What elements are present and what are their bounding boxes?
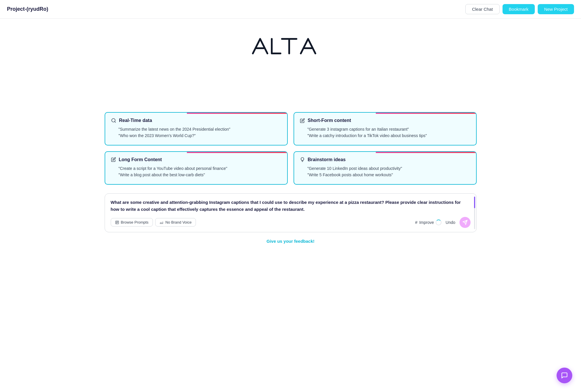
loading-spinner	[436, 220, 441, 225]
feedback-link[interactable]: Give us your feedback!	[267, 239, 314, 244]
card-title-short-form: Short-Form content	[308, 118, 351, 123]
improve-button[interactable]: # Improve	[415, 220, 441, 225]
scrollbar-thumb	[474, 197, 475, 208]
card-header-real-time: Real-Time data	[111, 118, 281, 123]
header: Project-(ryudRo) Clear Chat Bookmark New…	[0, 0, 581, 19]
clear-chat-button[interactable]: Clear Chat	[465, 4, 500, 14]
edit-icon-short	[300, 118, 305, 123]
browse-prompts-button[interactable]: Browse Prompts	[111, 218, 153, 226]
chat-bubble-icon	[561, 372, 568, 379]
send-icon	[462, 220, 468, 225]
search-icon	[111, 118, 116, 123]
chat-bubble-button[interactable]	[557, 368, 572, 383]
chat-message[interactable]: What are some creative and attention-gra…	[111, 199, 471, 213]
card-real-time[interactable]: Real-Time data "Summarize the latest new…	[105, 112, 288, 145]
card-header-long-form: Long Form Content	[111, 157, 281, 162]
bookmark-button[interactable]: Bookmark	[503, 4, 535, 14]
logo-area	[250, 36, 331, 60]
edit-icon-long	[111, 157, 116, 162]
toolbar-left: Browse Prompts No Brand Voice	[111, 218, 196, 226]
toolbar-right: # Improve Undo	[415, 217, 470, 228]
card-short-form[interactable]: Short-Form content "Generate 3 instagram…	[294, 112, 477, 145]
chat-scrollbar	[474, 197, 475, 229]
project-title: Project-(ryudRo)	[7, 6, 48, 12]
svg-line-1	[115, 121, 115, 122]
logo	[250, 36, 331, 60]
card-title-long-form: Long Form Content	[119, 157, 162, 162]
improve-label: Improve	[419, 220, 434, 225]
new-project-button[interactable]: New Project	[538, 4, 574, 14]
card-title-brainstorm: Brainstorm ideas	[308, 157, 346, 162]
main-content: Real-Time data "Summarize the latest new…	[0, 19, 581, 249]
browse-prompts-label: Browse Prompts	[121, 220, 149, 224]
bar-chart-icon	[160, 220, 164, 224]
card-header-short-form: Short-Form content	[300, 118, 470, 123]
document-icon	[115, 220, 119, 224]
card-title-real-time: Real-Time data	[119, 118, 152, 123]
logo-svg	[250, 36, 331, 56]
no-brand-voice-button[interactable]: No Brand Voice	[155, 218, 196, 226]
card-brainstorm[interactable]: Brainstorm ideas "Generate 10 LinkedIn p…	[294, 151, 477, 185]
card-example-brainstorm: "Generate 10 LinkedIn post ideas about p…	[308, 165, 470, 178]
header-buttons: Clear Chat Bookmark New Project	[465, 4, 574, 14]
card-long-form[interactable]: Long Form Content "Create a script for a…	[105, 151, 288, 185]
bulb-icon	[300, 157, 305, 162]
undo-button[interactable]: Undo	[446, 220, 455, 225]
chat-toolbar: Browse Prompts No Brand Voice # Improve …	[111, 217, 471, 228]
no-brand-voice-label: No Brand Voice	[165, 220, 192, 224]
hash-icon: #	[415, 220, 417, 225]
chat-input-area[interactable]: What are some creative and attention-gra…	[105, 193, 477, 232]
card-example-real-time: "Summarize the latest news on the 2024 P…	[119, 126, 281, 139]
send-button[interactable]	[460, 217, 471, 228]
card-header-brainstorm: Brainstorm ideas	[300, 157, 470, 162]
card-example-short-form: "Generate 3 instagram captions for an It…	[308, 126, 470, 139]
card-example-long-form: "Create a script for a YouTube video abo…	[119, 165, 281, 178]
cards-grid: Real-Time data "Summarize the latest new…	[105, 112, 477, 185]
